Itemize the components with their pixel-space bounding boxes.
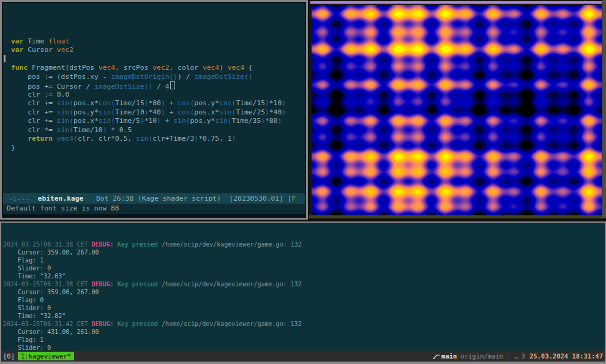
log-record-detail: Slider: 0 xyxy=(3,264,605,272)
modeline-info: Bot 26:38 (Kage shader script) [20230530… xyxy=(83,195,291,202)
log-record-detail: Flag: 1 xyxy=(3,256,605,264)
log-record-detail: Cursor: 431.00, 261.00 xyxy=(3,328,605,336)
status-separator: - xyxy=(507,352,511,360)
code-line: return vec4(clr, clr*0.5, sin(clr+Time/3… xyxy=(11,135,305,144)
log-record-detail: Slider: 0 xyxy=(3,344,605,351)
code-line: } xyxy=(11,144,305,153)
git-branch-icon xyxy=(433,353,440,359)
shader-window xyxy=(309,0,602,218)
code-line: pos := (dstPos.xy - imageDstOrigin()) / … xyxy=(11,73,305,82)
shader-canvas[interactable] xyxy=(312,5,602,215)
log-record-detail: Time: "32.82" xyxy=(3,312,605,320)
code-line: var Cursor vec2 xyxy=(11,46,305,55)
editor-inner: var Time floatvar Cursor vec2 func Fragm… xyxy=(3,3,305,214)
terminal-window: 2024-03-25T06:31.38 CET DEBUG: Key press… xyxy=(0,221,606,364)
modeline-minor-mode-flag: F xyxy=(292,195,296,202)
code-editor[interactable]: var Time floatvar Cursor vec2 func Fragm… xyxy=(3,3,305,193)
echo-area: Default font size is now 88 xyxy=(3,204,305,214)
code-line: func Fragment(dstPos vec4, srcPos vec2, … xyxy=(11,64,305,73)
code-line: clr *= sin(Time/10) * 0.5 xyxy=(11,126,305,135)
editor-cursor xyxy=(170,81,175,89)
code-line xyxy=(11,55,305,64)
git-branch-name: main xyxy=(441,352,457,360)
git-change-count: 3 xyxy=(522,352,525,360)
tmux-window-tab[interactable]: 1:kageviewer* xyxy=(18,352,74,360)
fringe-cursor-mark xyxy=(4,55,6,62)
modeline-buffer-name[interactable]: ebiten.kage xyxy=(38,195,84,202)
slider-bar[interactable] xyxy=(310,1,602,4)
editor-modeline: -:--- ebiten.kage Bot 26:38 (Kage shader… xyxy=(3,193,305,204)
log-record-detail: Flag: 0 xyxy=(3,296,605,304)
log-record-header: 2024-03-25T06:31.38 CET DEBUG: Key press… xyxy=(3,240,605,248)
tmux-statusbar: [0] 1:kageviewer* main origin/main - … 3… xyxy=(1,351,605,362)
code-lines: var Time floatvar Cursor vec2 func Fragm… xyxy=(11,37,305,153)
status-ellipsis: … xyxy=(514,352,518,360)
code-line: clr := 0.0 xyxy=(11,91,305,100)
log-record-detail: Cursor: 359.00, 267.00 xyxy=(3,248,605,256)
log-record-detail: Flag: 1 xyxy=(3,336,605,344)
tmux-session-index: [0] xyxy=(3,352,15,360)
terminal-log[interactable]: 2024-03-25T06:31.38 CET DEBUG: Key press… xyxy=(1,223,605,351)
log-record-header: 2024-03-25T06:31.38 CET DEBUG: Key press… xyxy=(3,280,605,288)
screen: var Time floatvar Cursor vec2 func Fragm… xyxy=(0,0,606,364)
code-line: clr += sin(pos.x*sin(Time/5)*10) + sin(p… xyxy=(11,117,305,126)
code-line: clr += sin(pos.x*cos(Time/15)*80) + cos(… xyxy=(11,99,305,108)
code-line: var Time float xyxy=(11,37,305,46)
statusbar-clock: 25.03.2024 18:31:47 xyxy=(529,352,603,360)
git-remote-name: origin/main xyxy=(460,352,503,360)
log-record-detail: Time: "32.03" xyxy=(3,272,605,280)
tmux-right-status: main origin/main - … 3 25.03.2024 18:31:… xyxy=(433,352,603,360)
log-record-detail: Slider: 0 xyxy=(3,304,605,312)
code-line: clr += sin(pos.y*sin(Time/10)*40) + cos(… xyxy=(11,108,305,117)
log-record-detail: Cursor: 359.00, 267.00 xyxy=(3,288,605,296)
editor-pane: var Time floatvar Cursor vec2 func Fragm… xyxy=(0,0,308,220)
log-record-header: 2024-03-25T06:31.42 CET DEBUG: Key press… xyxy=(3,320,605,328)
modeline-state: -:--- xyxy=(9,195,38,202)
window-edge xyxy=(602,0,606,218)
log-records: 2024-03-25T06:31.38 CET DEBUG: Key press… xyxy=(3,240,605,351)
code-line: pos += Cursor / imageDstSize() / 4 xyxy=(11,81,305,91)
